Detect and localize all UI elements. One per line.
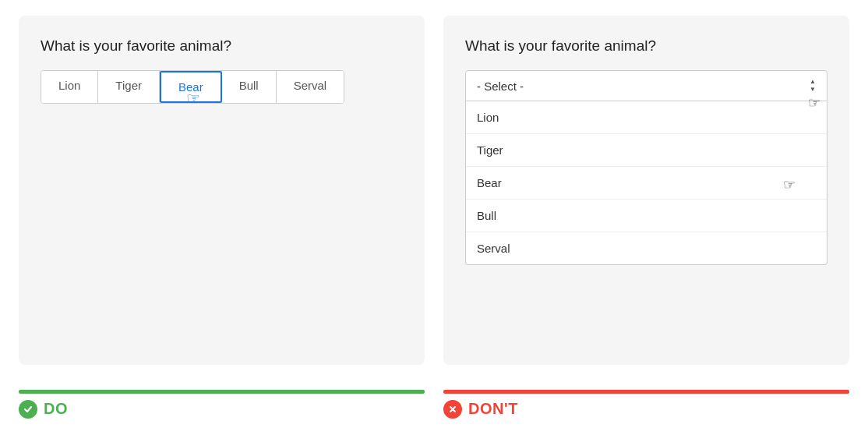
dropdown-placeholder: - Select -	[477, 80, 524, 93]
tab-bull[interactable]: Bull	[222, 71, 277, 103]
do-label-text: DO	[44, 400, 68, 418]
left-question: What is your favorite animal?	[41, 37, 403, 55]
do-section: DO	[19, 390, 425, 419]
dropdown-header[interactable]: - Select - ☞	[465, 70, 827, 101]
dropdown-wrapper: - Select - ☞ Lion Tiger Bear ☞ Bull Serv…	[465, 70, 827, 265]
cross-icon	[447, 404, 458, 415]
dont-indicator-line	[443, 390, 849, 394]
right-question: What is your favorite animal?	[465, 37, 827, 55]
cursor-pointer-icon: ☞	[186, 89, 200, 104]
cursor-icon-bear: ☞	[783, 176, 796, 193]
do-icon	[19, 400, 37, 419]
option-bull[interactable]: Bull	[466, 199, 827, 232]
dont-panel: What is your favorite animal? - Select -…	[443, 16, 849, 365]
dont-label-row: DON'T	[443, 400, 849, 419]
option-lion[interactable]: Lion	[466, 101, 827, 133]
dont-label-text: DON'T	[468, 400, 518, 418]
do-label-row: DO	[19, 400, 425, 419]
option-serval[interactable]: Serval	[466, 232, 827, 264]
bottom-bar: DO DON'T	[0, 373, 868, 435]
bear-cursor-wrapper: Bear ☞	[178, 80, 203, 94]
do-panel: What is your favorite animal? Lion Tiger…	[19, 16, 425, 365]
dont-icon	[443, 400, 462, 419]
tab-tiger[interactable]: Tiger	[98, 71, 160, 103]
tab-lion[interactable]: Lion	[41, 71, 98, 103]
checkmark-icon	[23, 404, 34, 415]
cursor-icon-dropdown: ☞	[808, 94, 820, 111]
dont-section: DON'T	[443, 390, 849, 419]
tab-bear[interactable]: Bear ☞	[160, 71, 222, 103]
dropdown-arrow-icon: ☞	[810, 79, 816, 93]
tab-group[interactable]: Lion Tiger Bear ☞ Bull Serval	[41, 70, 344, 104]
do-indicator-line	[19, 390, 425, 394]
option-bear[interactable]: Bear ☞	[466, 166, 827, 199]
option-tiger[interactable]: Tiger	[466, 133, 827, 166]
tab-serval[interactable]: Serval	[277, 71, 344, 103]
dropdown-list: Lion Tiger Bear ☞ Bull Serval	[465, 101, 827, 265]
